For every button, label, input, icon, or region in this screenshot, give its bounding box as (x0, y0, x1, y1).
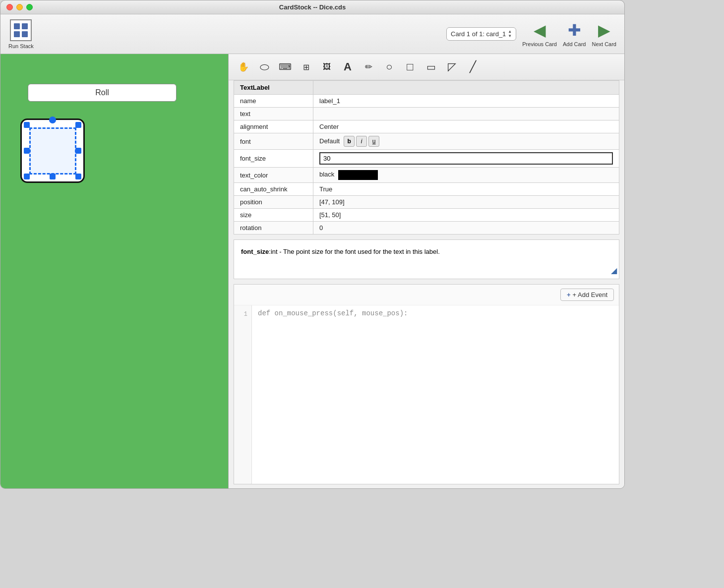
prop-value-alignment: Center (313, 120, 619, 133)
doc-field-name: font_size (241, 248, 269, 255)
card-arrow-down[interactable]: ▼ (508, 34, 512, 39)
prop-key-rotation: rotation (234, 222, 313, 235)
prop-value-can_auto_shrink: True (313, 183, 619, 196)
window-title: CardStock -- Dice.cds (279, 3, 346, 11)
properties-table: TextLabel namelabel_1textalignmentCenter… (234, 80, 619, 235)
svg-rect-2 (14, 31, 20, 37)
right-panel: ✋ ⬭ ⌨ ⊞ 🖼 A ✏ ○ □ ▭ ◸ ╱ TextLabel (229, 54, 624, 489)
poly-tool-button[interactable]: ◸ (443, 58, 461, 76)
main-area: Roll ✋ ⬭ ⌨ ⊞ 🖼 A ✏ ○ □ ▭ ◸ (0, 54, 624, 489)
card-selector-arrows[interactable]: ▲ ▼ (508, 30, 512, 39)
prop-key-text_color: text_color (234, 168, 313, 183)
prev-card-button[interactable]: ◀ Previous Card (522, 21, 557, 47)
resize-handle-tl[interactable] (24, 122, 30, 128)
prev-card-icon: ◀ (534, 21, 546, 40)
prop-value-size: [51, 50] (313, 209, 619, 222)
code-body: 1 def on_mouse_press(self, mouse_pos): (234, 305, 619, 484)
dice-inner (29, 127, 76, 175)
prev-card-label: Previous Card (522, 41, 557, 47)
doc-panel: font_size:int - The point size for the f… (234, 239, 619, 279)
prop-value-font_size[interactable] (313, 150, 619, 168)
add-card-icon: ✚ (568, 21, 581, 40)
button-tool-button[interactable]: ⌨ (276, 58, 294, 76)
toolbar: Run Stack Card 1 of 1: card_1 ▲ ▼ ◀ Prev… (0, 14, 624, 54)
add-event-plus-icon: + (567, 291, 571, 298)
next-card-label: Next Card (592, 41, 616, 47)
prop-key-name: name (234, 95, 313, 108)
add-card-button[interactable]: ✚ Add Card (563, 21, 586, 47)
font-style-i-button[interactable]: i (356, 136, 367, 147)
col-header-key: TextLabel (234, 81, 313, 95)
doc-type: :int (269, 248, 277, 255)
webview-tool-button[interactable]: ⊞ (297, 58, 315, 76)
minimize-button[interactable] (16, 4, 23, 10)
resize-handle-bl[interactable] (24, 174, 30, 179)
resize-handle-tr[interactable] (75, 122, 81, 128)
prop-value-text (313, 108, 619, 120)
run-stack-button[interactable]: Run Stack (8, 19, 34, 49)
next-card-button[interactable]: ▶ Next Card (592, 21, 616, 47)
svg-rect-0 (14, 23, 20, 29)
svg-rect-1 (22, 23, 28, 29)
maximize-button[interactable] (26, 4, 33, 10)
title-bar: CardStock -- Dice.cds (0, 0, 624, 14)
prop-value-rotation: 0 (313, 222, 619, 235)
next-card-icon: ▶ (598, 21, 610, 40)
rounded-rect-tool-button[interactable]: ▭ (422, 58, 440, 76)
font-style-b-button[interactable]: b (344, 136, 355, 147)
pen-tool-button[interactable]: ✏ (360, 58, 377, 76)
tool-palette: ✋ ⬭ ⌨ ⊞ 🖼 A ✏ ○ □ ▭ ◸ ╱ (229, 54, 624, 80)
prop-value-name: label_1 (313, 95, 619, 108)
prop-key-text: text (234, 108, 313, 120)
code-panel-header: ++ Add Event (234, 285, 619, 305)
col-header-value (313, 81, 619, 95)
font-style-buttons: biu (344, 136, 379, 147)
font-size-input[interactable] (319, 152, 613, 165)
hand-tool-button[interactable]: ✋ (235, 58, 252, 76)
circle-tool-button[interactable]: ○ (380, 58, 398, 76)
card-selector-text: Card 1 of 1: card_1 (451, 30, 506, 38)
prop-key-font: font (234, 133, 313, 150)
prop-value-font: Defaultbiu (313, 133, 619, 150)
prop-value-text_color: black (313, 168, 619, 183)
roll-button[interactable]: Roll (28, 84, 177, 102)
doc-resize-handle[interactable]: ◢ (611, 265, 617, 277)
card-selector[interactable]: Card 1 of 1: card_1 ▲ ▼ (446, 27, 516, 41)
oval-tool-button[interactable]: ⬭ (255, 58, 273, 76)
add-card-label: Add Card (563, 41, 586, 47)
drag-handle-top[interactable] (49, 117, 56, 123)
prop-key-position: position (234, 196, 313, 209)
card-canvas: Roll (0, 54, 229, 489)
line-num-1: 1 (234, 309, 251, 319)
rect-tool-button[interactable]: □ (401, 58, 419, 76)
font-style-u-button[interactable]: u (368, 136, 379, 147)
resize-handle-bm[interactable] (50, 174, 56, 179)
dice-widget[interactable] (20, 118, 85, 183)
resize-handle-mr[interactable] (75, 148, 81, 154)
prop-key-size: size (234, 209, 313, 222)
code-panel: ++ Add Event 1 def on_mouse_press(self, … (234, 284, 619, 484)
prop-value-position: [47, 109] (313, 196, 619, 209)
svg-rect-3 (22, 31, 28, 37)
image-tool-button[interactable]: 🖼 (318, 58, 336, 76)
prop-key-font_size: font_size (234, 150, 313, 168)
run-stack-label: Run Stack (8, 43, 34, 49)
line-numbers: 1 (234, 305, 252, 484)
text-tool-button[interactable]: A (339, 58, 357, 76)
prop-key-can_auto_shrink: can_auto_shrink (234, 183, 313, 196)
add-event-button[interactable]: ++ Add Event (560, 289, 614, 301)
run-stack-icon (10, 19, 32, 41)
prop-key-alignment: alignment (234, 120, 313, 133)
properties-section: TextLabel namelabel_1textalignmentCenter… (234, 80, 619, 235)
doc-description: - The point size for the font used for t… (278, 248, 440, 255)
traffic-lights (6, 4, 33, 10)
add-event-label: + Add Event (573, 291, 607, 298)
resize-handle-ml[interactable] (24, 148, 30, 154)
code-content[interactable]: def on_mouse_press(self, mouse_pos): (252, 305, 619, 484)
resize-handle-br[interactable] (75, 174, 81, 179)
line-tool-button[interactable]: ╱ (464, 58, 482, 76)
roll-button-label: Roll (95, 88, 109, 97)
close-button[interactable] (6, 4, 13, 10)
color-swatch[interactable] (338, 170, 378, 180)
